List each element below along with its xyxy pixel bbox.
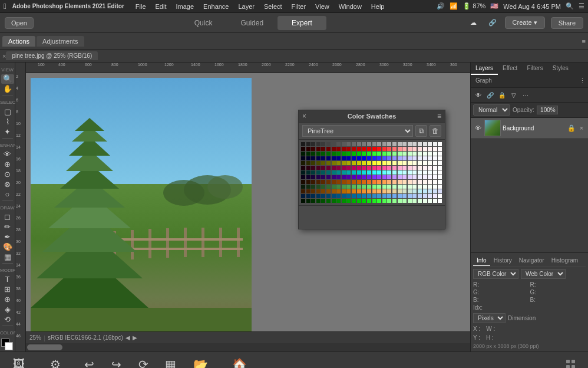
swatch-cell-184[interactable] [382, 170, 387, 175]
swatch-cell-265[interactable] [367, 185, 371, 189]
swatch-cell-22[interactable] [412, 142, 417, 146]
swatch-cell-177[interactable] [346, 170, 351, 175]
swatch-cell-144[interactable] [321, 166, 325, 170]
swatch-cell-34[interactable] [332, 147, 336, 151]
layer-lock-icon[interactable]: 🔒 [497, 90, 507, 100]
swatch-cell-356[interactable] [402, 199, 407, 203]
swatch-cell-61[interactable] [326, 152, 331, 156]
swatch-cell-214[interactable] [392, 175, 397, 179]
swatch-cell-124[interactable] [362, 161, 366, 165]
swatch-cell-278[interactable] [433, 185, 437, 189]
swatch-cell-193[interactable] [428, 170, 432, 175]
swatch-cell-259[interactable] [336, 185, 341, 189]
layer-eye-icon[interactable]: 👁 [473, 123, 483, 133]
swatch-cell-280[interactable] [301, 189, 305, 193]
info-tab-histogram[interactable]: Histogram [548, 255, 582, 266]
swatch-cell-188[interactable] [402, 170, 407, 175]
swatch-cell-92[interactable] [342, 156, 346, 160]
swatch-cell-75[interactable] [398, 152, 402, 156]
swatch-cell-314[interactable] [332, 194, 336, 198]
swatch-cell-246[interactable] [412, 180, 417, 184]
swatch-cell-334[interactable] [433, 194, 437, 198]
quick-select-tool[interactable]: ✦ [1, 127, 14, 136]
swatch-cell-145[interactable] [326, 166, 331, 170]
menu-edit[interactable]: Edit [151, 2, 171, 11]
swatch-cell-358[interactable] [412, 199, 417, 203]
swatch-cell-362[interactable] [433, 199, 437, 203]
swatch-cell-40[interactable] [362, 147, 366, 151]
gradient-tool[interactable]: ▦ [1, 252, 14, 261]
swatch-cell-245[interactable] [408, 180, 412, 184]
swatch-cell-86[interactable] [311, 156, 315, 160]
layer-more-icon[interactable]: ⋯ [520, 90, 531, 100]
swatch-cell-36[interactable] [342, 147, 346, 151]
swatch-cell-240[interactable] [382, 180, 387, 184]
swatch-cell-196[interactable] [301, 175, 305, 179]
menu-image[interactable]: Image [171, 2, 198, 11]
swatch-cell-201[interactable] [326, 175, 331, 179]
swatch-cell-320[interactable] [362, 194, 366, 198]
organizer-button[interactable]: 📂 Organizer [184, 355, 217, 369]
swatch-cell-213[interactable] [387, 175, 391, 179]
swatch-cell-71[interactable] [377, 152, 381, 156]
swatch-cell-139[interactable] [438, 161, 442, 165]
layer-link-icon[interactable]: 🔗 [485, 90, 495, 100]
swatch-cell-194[interactable] [433, 170, 437, 175]
swatch-cell-175[interactable] [336, 170, 341, 175]
tab-quick[interactable]: Quick [180, 16, 227, 30]
tab-styles[interactable]: Styles [548, 63, 573, 75]
swatch-cell-98[interactable] [372, 156, 376, 160]
swatch-cell-65[interactable] [346, 152, 351, 156]
red-eye-tool[interactable]: ⊙ [1, 170, 14, 179]
menu-select[interactable]: Select [260, 2, 286, 11]
swatch-cell-68[interactable] [362, 152, 366, 156]
swatch-cell-306[interactable] [433, 189, 437, 193]
pencil-tool[interactable]: ✒ [1, 232, 14, 242]
swatch-cell-134[interactable] [412, 161, 417, 165]
swatch-cell-122[interactable] [352, 161, 356, 165]
swatch-cell-319[interactable] [357, 194, 361, 198]
background-color[interactable] [5, 342, 13, 350]
swatch-cell-244[interactable] [402, 180, 407, 184]
swatch-cell-254[interactable] [311, 185, 315, 189]
swatch-cell-90[interactable] [332, 156, 336, 160]
swatch-cell-325[interactable] [387, 194, 391, 198]
swatch-cell-21[interactable] [408, 142, 412, 146]
swatch-duplicate-button[interactable]: ⧉ [415, 125, 427, 137]
swatch-cell-226[interactable] [311, 180, 315, 184]
tab-graphics[interactable]: Graph [471, 75, 497, 87]
swatch-cell-30[interactable] [311, 147, 315, 151]
swatch-cell-93[interactable] [346, 156, 351, 160]
swatch-cell-121[interactable] [346, 161, 351, 165]
swatch-cell-204[interactable] [342, 175, 346, 179]
swatch-cell-260[interactable] [342, 185, 346, 189]
swatch-cell-181[interactable] [367, 170, 371, 175]
swatch-cell-233[interactable] [346, 180, 351, 184]
swatch-cell-97[interactable] [367, 156, 371, 160]
swatch-cell-174[interactable] [332, 170, 336, 175]
swatch-cell-295[interactable] [377, 189, 381, 193]
swatch-cell-137[interactable] [428, 161, 432, 165]
swatch-cell-190[interactable] [412, 170, 417, 175]
swatch-cell-132[interactable] [402, 161, 407, 165]
swatch-cell-136[interactable] [423, 161, 427, 165]
crop-tool[interactable]: ⊞ [1, 285, 14, 294]
cloud-icon[interactable]: ☁ [467, 17, 480, 29]
swatch-cell-343[interactable] [336, 199, 341, 203]
brush-tool[interactable]: ✏ [1, 222, 14, 232]
swatch-cell-55[interactable] [438, 147, 442, 151]
swatch-cell-298[interactable] [392, 189, 397, 193]
swatch-cell-142[interactable] [311, 166, 315, 170]
swatch-cell-100[interactable] [382, 156, 387, 160]
info-tab-info[interactable]: Info [473, 255, 490, 266]
swatch-cell-95[interactable] [357, 156, 361, 160]
hand-tool[interactable]: ✋ [1, 84, 14, 94]
swatch-cell-57[interactable] [306, 152, 310, 156]
swatch-cell-249[interactable] [428, 180, 432, 184]
swatch-cell-131[interactable] [398, 161, 402, 165]
swatch-cell-199[interactable] [316, 175, 321, 179]
tool-options-button[interactable]: ⚙ Tool Options [36, 355, 75, 369]
tab-adjustments[interactable]: Adjustments [37, 36, 84, 47]
swatch-cell-230[interactable] [332, 180, 336, 184]
swatch-cell-20[interactable] [402, 142, 407, 146]
